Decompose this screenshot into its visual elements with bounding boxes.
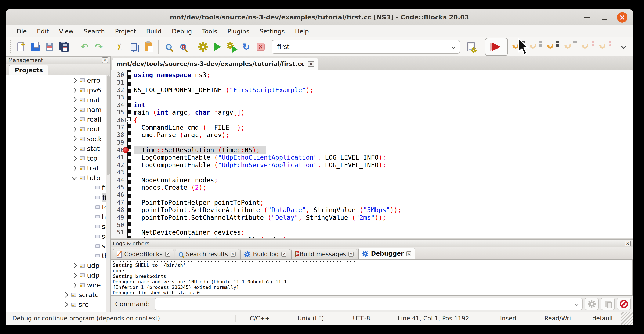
tab-close-button[interactable]: ×: [406, 251, 411, 256]
tab-debugger[interactable]: Debugger×: [358, 247, 415, 259]
copy-button[interactable]: [128, 41, 140, 53]
line-number[interactable]: 44: [110, 177, 124, 184]
rebuild-button[interactable]: ↻: [240, 41, 252, 53]
close-button[interactable]: ×: [617, 12, 628, 23]
project-tree[interactable]: erro ipv6 mat nam reall rout sock stat t…: [6, 75, 106, 312]
code-line[interactable]: 48 pointToPoint.SetDeviceAttribute ("Dat…: [110, 206, 633, 214]
menu-tools[interactable]: Tools: [198, 27, 222, 36]
tree-item-se[interactable]: se: [6, 222, 106, 231]
build-button[interactable]: [197, 41, 209, 53]
chevron-right-icon[interactable]: [71, 126, 77, 132]
tree-item-udp[interactable]: udp: [6, 261, 106, 270]
tree-item-th[interactable]: th: [6, 251, 106, 261]
code-line[interactable]: 43: [110, 169, 633, 176]
build-target-combobox[interactable]: first: [272, 40, 460, 54]
step-into-button[interactable]: [546, 40, 559, 54]
tab-codeblocks[interactable]: Code::Blocks×: [113, 249, 174, 259]
code-line-breakpoint[interactable]: 40 Time::SetResolution (Time::NS);: [110, 146, 633, 154]
tab-close-button[interactable]: ×: [348, 252, 354, 257]
editor-tab-first-cc[interactable]: mnt/dev/tools/source/ns-3-dev/examples/t…: [112, 58, 318, 70]
run-button[interactable]: [211, 41, 224, 53]
tree-item-tcp[interactable]: tcp: [6, 153, 106, 163]
menu-settings[interactable]: Settings: [255, 27, 290, 36]
code-line[interactable]: 32NS_LOG_COMPONENT_DEFINE ("FirstScriptE…: [110, 86, 633, 94]
line-number[interactable]: 38: [110, 131, 124, 138]
tab-build-log[interactable]: Build log×: [240, 249, 290, 259]
breakpoint-icon[interactable]: [123, 147, 129, 153]
tree-item-first[interactable]: fir: [6, 192, 106, 202]
tree-item-src[interactable]: src: [6, 300, 106, 309]
menu-search[interactable]: Search: [79, 27, 110, 36]
menu-build[interactable]: Build: [142, 27, 166, 36]
line-number[interactable]: 39: [110, 139, 124, 146]
chevron-right-icon[interactable]: [63, 302, 68, 307]
line-number[interactable]: 45: [110, 184, 124, 191]
new-file-button[interactable]: [14, 41, 27, 53]
toolbar-overflow-button[interactable]: [618, 41, 630, 53]
tree-item-he[interactable]: he: [6, 212, 106, 222]
fold-marker-icon[interactable]: -: [125, 118, 130, 123]
line-number[interactable]: 46: [110, 191, 124, 198]
code-line[interactable]: 36-{: [110, 116, 633, 124]
undo-button[interactable]: ↶: [78, 41, 90, 53]
code-line[interactable]: 51 NetDeviceContainer devices;: [110, 229, 633, 236]
chevron-right-icon[interactable]: [71, 146, 77, 151]
line-number[interactable]: 30: [110, 71, 124, 78]
scrollbar-thumb[interactable]: [107, 76, 110, 175]
tree-item-reall[interactable]: reall: [6, 114, 106, 124]
tab-close-button[interactable]: ×: [165, 252, 170, 257]
tree-item-wire[interactable]: wire: [6, 280, 106, 290]
tree-item-udp2[interactable]: udp-: [6, 270, 106, 280]
cut-button[interactable]: ✂: [113, 41, 126, 53]
logs-caption[interactable]: Logs & others ×: [110, 240, 633, 247]
chevron-right-icon[interactable]: [71, 78, 77, 83]
code-line[interactable]: 35main (int argc, char *argv[]): [110, 109, 633, 116]
line-number[interactable]: 40: [110, 146, 124, 153]
line-number[interactable]: 36: [110, 117, 124, 124]
line-number[interactable]: 43: [110, 169, 124, 176]
chevron-down-icon[interactable]: [574, 302, 578, 306]
chevron-right-icon[interactable]: [63, 292, 68, 297]
chevron-right-icon[interactable]: [71, 107, 77, 112]
line-number[interactable]: 42: [110, 161, 124, 168]
chevron-right-icon[interactable]: [71, 136, 77, 141]
abort-button[interactable]: ×: [254, 41, 267, 53]
tree-item-erro[interactable]: erro: [6, 76, 106, 85]
chevron-right-icon[interactable]: [71, 165, 77, 171]
tab-projects[interactable]: Projects: [9, 65, 48, 75]
code-line[interactable]: 34int: [110, 101, 633, 109]
menu-debug[interactable]: Debug: [167, 27, 196, 36]
editor-tab-close-button[interactable]: ×: [308, 61, 314, 67]
line-number[interactable]: 33: [110, 94, 124, 101]
code-line[interactable]: 49 pointToPoint.SetChannelAttribute ("De…: [110, 214, 633, 221]
replace-button[interactable]: R: [177, 41, 189, 53]
next-instruction-button[interactable]: [580, 40, 594, 54]
code-line[interactable]: 30using namespace ns3;: [110, 71, 633, 79]
tree-item-stat[interactable]: stat: [6, 144, 106, 153]
menu-edit[interactable]: Edit: [32, 27, 54, 36]
tree-item-scratch[interactable]: scratc: [6, 290, 106, 300]
code-editor[interactable]: 30using namespace ns3; 31 32NS_LOG_COMPO…: [110, 70, 633, 238]
management-close-button[interactable]: ×: [102, 58, 108, 63]
save-button[interactable]: [44, 41, 56, 53]
chevron-right-icon[interactable]: [71, 263, 77, 268]
line-number[interactable]: 37: [110, 124, 124, 131]
command-input[interactable]: [154, 298, 582, 310]
menu-project[interactable]: Project: [110, 27, 140, 36]
code-line[interactable]: 46: [110, 191, 633, 199]
chevron-right-icon[interactable]: [71, 117, 77, 122]
redo-button[interactable]: ↷: [93, 41, 105, 53]
line-number[interactable]: 49: [110, 214, 124, 221]
line-number[interactable]: 41: [110, 154, 124, 161]
compiler-options-button[interactable]: [465, 41, 477, 53]
chevron-right-icon[interactable]: [71, 282, 77, 287]
line-number[interactable]: 48: [110, 206, 124, 213]
tab-build-messages[interactable]: Build messages×: [291, 249, 357, 259]
code-line[interactable]: 52 devices = pointToPoint.Install (nodes…: [110, 236, 633, 238]
tree-item-nam[interactable]: nam: [6, 105, 106, 114]
chevron-right-icon[interactable]: [71, 97, 77, 102]
paste-button[interactable]: [142, 41, 154, 53]
build-and-run-button[interactable]: [226, 41, 238, 53]
line-number[interactable]: 34: [110, 102, 124, 109]
debug-continue-button[interactable]: [485, 38, 508, 56]
